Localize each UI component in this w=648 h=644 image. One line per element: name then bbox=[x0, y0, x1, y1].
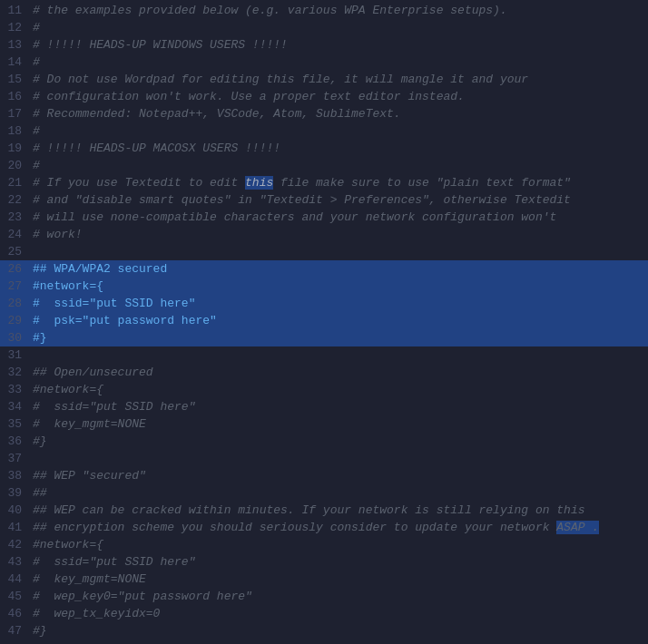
line-code-35: # key_mgmt=NONE bbox=[33, 415, 648, 433]
line-number-38: 38 bbox=[0, 467, 33, 484]
line-number-44: 44 bbox=[0, 571, 33, 588]
line-number-20: 20 bbox=[0, 157, 33, 174]
line-17: 17 # Recommended: Notepad++, VSCode, Ato… bbox=[0, 105, 648, 122]
line-code-40: ## WEP can be cracked within minutes. If… bbox=[33, 502, 648, 519]
line-number-11: 11 bbox=[0, 2, 33, 19]
line-number-40: 40 bbox=[0, 502, 33, 519]
line-12: 12 # bbox=[0, 19, 648, 36]
code-editor: 11 # the examples provided below (e.g. v… bbox=[0, 0, 648, 644]
line-code-32: ## Open/unsecured bbox=[33, 364, 648, 381]
line-number-24: 24 bbox=[0, 226, 33, 243]
line-code-43: # ssid="put SSID here" bbox=[33, 553, 648, 571]
line-code-30: #} bbox=[33, 329, 648, 346]
line-number-46: 46 bbox=[0, 605, 33, 622]
line-number-33: 33 bbox=[0, 381, 33, 398]
line-18: 18 # bbox=[0, 122, 648, 140]
code-lines: 11 # the examples provided below (e.g. v… bbox=[0, 0, 648, 641]
line-20: 20 # bbox=[0, 157, 648, 174]
line-31: 31 bbox=[0, 346, 648, 364]
line-number-23: 23 bbox=[0, 209, 33, 226]
line-42: 42 #network={ bbox=[0, 536, 648, 553]
line-number-17: 17 bbox=[0, 105, 33, 122]
line-28: 28 # ssid="put SSID here" bbox=[0, 295, 648, 312]
line-number-35: 35 bbox=[0, 415, 33, 433]
line-number-12: 12 bbox=[0, 19, 33, 36]
line-36: 36 #} bbox=[0, 433, 648, 450]
line-22: 22 # and "disable smart quotes" in "Text… bbox=[0, 191, 648, 209]
line-32: 32 ## Open/unsecured bbox=[0, 364, 648, 381]
line-code-29: # psk="put password here" bbox=[33, 312, 648, 329]
line-code-38: ## WEP "secured" bbox=[33, 467, 648, 484]
line-45: 45 # wep_key0="put password here" bbox=[0, 588, 648, 605]
line-number-29: 29 bbox=[0, 312, 33, 329]
line-43: 43 # ssid="put SSID here" bbox=[0, 553, 648, 571]
line-number-16: 16 bbox=[0, 88, 33, 105]
line-number-18: 18 bbox=[0, 122, 33, 140]
line-number-22: 22 bbox=[0, 191, 33, 209]
line-number-47: 47 bbox=[0, 622, 33, 639]
line-38: 38 ## WEP "secured" bbox=[0, 467, 648, 484]
line-34: 34 # ssid="put SSID here" bbox=[0, 398, 648, 415]
line-code-12: # bbox=[33, 19, 648, 36]
line-number-27: 27 bbox=[0, 278, 33, 295]
line-number-28: 28 bbox=[0, 295, 33, 312]
line-11: 11 # the examples provided below (e.g. v… bbox=[0, 2, 648, 19]
line-35: 35 # key_mgmt=NONE bbox=[0, 415, 648, 433]
line-code-23: # will use none-compatible characters an… bbox=[33, 209, 648, 226]
line-25: 25 bbox=[0, 243, 648, 260]
line-number-42: 42 bbox=[0, 536, 33, 553]
line-26: 26 ## WPA/WPA2 secured bbox=[0, 260, 648, 278]
line-number-39: 39 bbox=[0, 484, 33, 502]
line-number-30: 30 bbox=[0, 329, 33, 346]
line-number-14: 14 bbox=[0, 54, 33, 71]
line-21: 21 # If you use Textedit to edit this fi… bbox=[0, 174, 648, 191]
line-47: 47 #} bbox=[0, 622, 648, 639]
line-number-43: 43 bbox=[0, 553, 33, 571]
line-code-41: ## encryption scheme you should seriousl… bbox=[33, 519, 648, 536]
line-code-28: # ssid="put SSID here" bbox=[33, 295, 648, 312]
line-number-36: 36 bbox=[0, 433, 33, 450]
line-code-27: #network={ bbox=[33, 278, 648, 295]
line-40: 40 ## WEP can be cracked within minutes.… bbox=[0, 502, 648, 519]
line-number-32: 32 bbox=[0, 364, 33, 381]
line-27: 27 #network={ bbox=[0, 278, 648, 295]
line-number-37: 37 bbox=[0, 450, 33, 467]
line-30: 30 #} bbox=[0, 329, 648, 346]
line-number-19: 19 bbox=[0, 140, 33, 157]
line-19: 19 # !!!!! HEADS-UP MACOSX USERS !!!!! bbox=[0, 140, 648, 157]
line-23: 23 # will use none-compatible characters… bbox=[0, 209, 648, 226]
line-code-46: # wep_tx_keyidx=0 bbox=[33, 605, 648, 622]
line-44: 44 # key_mgmt=NONE bbox=[0, 571, 648, 588]
line-code-37 bbox=[33, 450, 648, 467]
line-code-22: # and "disable smart quotes" in "Textedi… bbox=[33, 191, 648, 209]
line-code-44: # key_mgmt=NONE bbox=[33, 571, 648, 588]
line-16: 16 # configuration won't work. Use a pro… bbox=[0, 88, 648, 105]
line-14: 14 # bbox=[0, 54, 648, 71]
line-code-18: # bbox=[33, 122, 648, 140]
line-code-13: # !!!!! HEADS-UP WINDOWS USERS !!!!! bbox=[33, 36, 648, 54]
line-code-14: # bbox=[33, 54, 648, 71]
line-code-31 bbox=[33, 346, 648, 364]
line-15: 15 # Do not use Wordpad for editing this… bbox=[0, 71, 648, 88]
line-number-21: 21 bbox=[0, 174, 33, 191]
line-41: 41 ## encryption scheme you should serio… bbox=[0, 519, 648, 536]
line-13: 13 # !!!!! HEADS-UP WINDOWS USERS !!!!! bbox=[0, 36, 648, 54]
line-code-39: ## bbox=[33, 484, 648, 502]
line-code-19: # !!!!! HEADS-UP MACOSX USERS !!!!! bbox=[33, 140, 648, 157]
line-code-33: #network={ bbox=[33, 381, 648, 398]
line-37: 37 bbox=[0, 450, 648, 467]
line-code-42: #network={ bbox=[33, 536, 648, 553]
line-code-36: #} bbox=[33, 433, 648, 450]
line-code-15: # Do not use Wordpad for editing this fi… bbox=[33, 71, 648, 88]
line-code-24: # work! bbox=[33, 226, 648, 243]
line-46: 46 # wep_tx_keyidx=0 bbox=[0, 605, 648, 622]
line-code-26: ## WPA/WPA2 secured bbox=[33, 260, 648, 278]
line-code-45: # wep_key0="put password here" bbox=[33, 588, 648, 605]
line-code-25 bbox=[33, 243, 648, 260]
line-number-25: 25 bbox=[0, 243, 33, 260]
line-number-34: 34 bbox=[0, 398, 33, 415]
line-code-11: # the examples provided below (e.g. vari… bbox=[33, 2, 648, 19]
line-code-20: # bbox=[33, 157, 648, 174]
line-code-17: # Recommended: Notepad++, VSCode, Atom, … bbox=[33, 105, 648, 122]
line-39: 39 ## bbox=[0, 484, 648, 502]
